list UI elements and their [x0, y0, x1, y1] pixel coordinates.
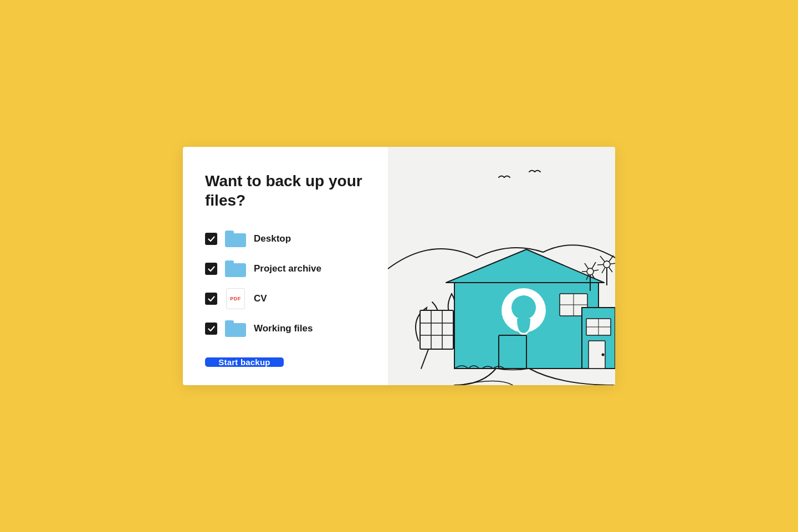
pdf-badge: PDF [226, 288, 245, 309]
house-illustration [388, 147, 615, 385]
page-title: Want to back up your files? [205, 171, 366, 210]
folder-icon [225, 260, 246, 278]
svg-point-37 [603, 261, 610, 268]
illustration-panel [388, 147, 615, 385]
project-archive-checkbox[interactable] [205, 263, 217, 275]
working-files-checkbox[interactable] [205, 323, 217, 335]
left-panel: Want to back up your files? Desktop [183, 147, 388, 385]
folder-icon [225, 230, 246, 248]
file-label-working-files: Working files [254, 323, 313, 334]
svg-rect-12 [499, 335, 526, 369]
cv-checkbox[interactable] [205, 293, 217, 305]
svg-point-29 [587, 268, 594, 275]
svg-point-11 [511, 295, 536, 320]
pdf-icon: PDF [225, 290, 246, 308]
list-item: Working files [205, 320, 366, 337]
list-item: Desktop [205, 230, 366, 248]
list-item: Project archive [205, 260, 366, 278]
backup-card: Want to back up your files? Desktop [183, 147, 615, 385]
file-label-cv: CV [254, 293, 267, 304]
start-backup-button[interactable]: Start backup [205, 357, 284, 367]
file-label-project-archive: Project archive [254, 263, 321, 274]
file-label-desktop: Desktop [254, 233, 291, 244]
desktop-checkbox[interactable] [205, 233, 217, 245]
svg-rect-1 [420, 310, 453, 349]
list-item: PDF CV [205, 290, 366, 308]
folder-icon [225, 320, 246, 337]
svg-point-21 [602, 354, 605, 356]
file-list: Desktop Project archive [205, 230, 366, 337]
